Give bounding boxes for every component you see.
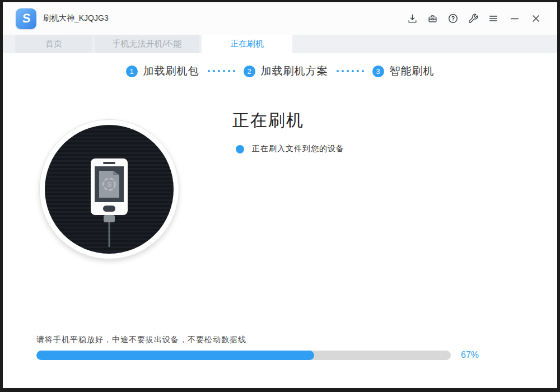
help-icon[interactable] bbox=[447, 13, 459, 25]
app-logo: S bbox=[16, 8, 36, 29]
status-item: 正在刷入文件到您的设备 bbox=[232, 144, 344, 154]
step-1-label: 加载刷机包 bbox=[143, 64, 199, 78]
tab-home[interactable]: 首页 bbox=[15, 35, 92, 53]
phone-illustration: S bbox=[91, 158, 128, 215]
step-2: 2 加载刷机方案 bbox=[244, 64, 328, 78]
warning-text: 请将手机平稳放好，中途不要拔出设备，不要松动数据线 bbox=[36, 335, 479, 345]
step-3-label: 智能刷机 bbox=[390, 64, 435, 78]
status-text: 正在刷入文件到您的设备 bbox=[252, 144, 344, 154]
phone-home-button bbox=[103, 206, 115, 212]
svg-text:S: S bbox=[107, 180, 112, 189]
step-connector-dots bbox=[337, 70, 364, 72]
titlebar-actions bbox=[407, 13, 557, 25]
titlebar: S 刷机大神_KJQJG3 bbox=[3, 2, 557, 35]
tab-phone-unbootable[interactable]: 手机无法开机/不能 bbox=[95, 35, 199, 53]
progress-fill bbox=[36, 351, 314, 360]
main-content: 1 加载刷机包 2 加载刷机方案 3 智能刷机 bbox=[3, 53, 557, 388]
status-title: 正在刷机 bbox=[232, 109, 344, 132]
app-window: S 刷机大神_KJQJG3 bbox=[0, 0, 560, 392]
step-1: 1 加载刷机包 bbox=[126, 64, 199, 78]
status-bullet-dot bbox=[236, 145, 244, 153]
device-graphic-ring: S bbox=[39, 119, 179, 259]
usb-plug bbox=[104, 215, 115, 222]
svg-text:S: S bbox=[21, 11, 31, 25]
wrench-icon[interactable] bbox=[467, 13, 479, 25]
tab-bar: 首页 手机无法开机/不能 正在刷机 bbox=[3, 35, 557, 53]
window-title: 刷机大神_KJQJG3 bbox=[43, 13, 109, 24]
device-graphic-disc: S bbox=[45, 125, 174, 254]
toolbox-icon[interactable] bbox=[427, 13, 438, 25]
progress-percent-label: 67% bbox=[461, 350, 479, 360]
step-1-badge: 1 bbox=[126, 66, 138, 77]
status-block: 正在刷机 正在刷入文件到您的设备 bbox=[232, 109, 344, 154]
file-logo-watermark: S bbox=[101, 176, 117, 192]
footer: 请将手机平稳放好，中途不要拔出设备，不要松动数据线 67% bbox=[36, 335, 479, 360]
usb-cable bbox=[109, 222, 110, 247]
step-3: 3 智能刷机 bbox=[372, 64, 435, 78]
phone-speaker bbox=[103, 162, 115, 164]
device-graphic: S bbox=[39, 119, 179, 259]
minimize-button[interactable] bbox=[508, 13, 520, 25]
firmware-file-icon: S bbox=[99, 171, 119, 198]
tab-flashing-active[interactable]: 正在刷机 bbox=[202, 35, 292, 53]
download-icon[interactable] bbox=[407, 13, 418, 25]
step-3-badge: 3 bbox=[372, 66, 384, 77]
step-2-badge: 2 bbox=[244, 66, 255, 77]
step-connector-dots bbox=[208, 70, 235, 72]
close-button[interactable] bbox=[530, 13, 542, 25]
app-logo-s-icon: S bbox=[18, 10, 35, 27]
phone-screen: S bbox=[95, 166, 124, 202]
step-2-label: 加载刷机方案 bbox=[261, 64, 328, 78]
progress-bar-track bbox=[36, 351, 451, 360]
progress-row: 67% bbox=[36, 350, 479, 360]
step-indicator: 1 加载刷机包 2 加载刷机方案 3 智能刷机 bbox=[3, 64, 557, 78]
menu-icon[interactable] bbox=[487, 13, 499, 25]
file-fold-corner bbox=[113, 171, 119, 175]
